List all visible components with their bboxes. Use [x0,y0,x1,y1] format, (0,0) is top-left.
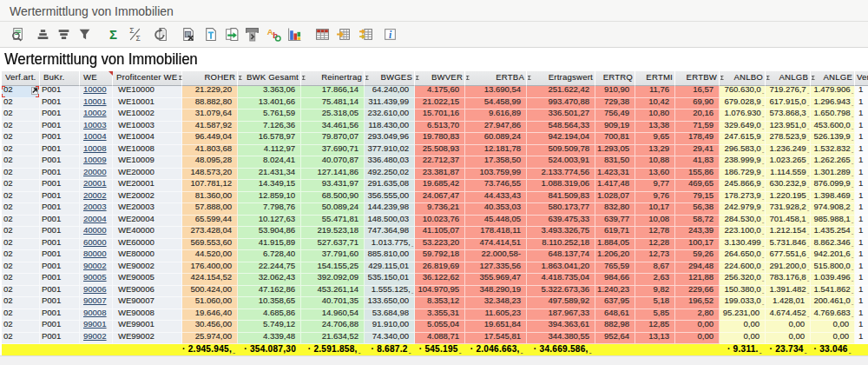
svg-text:Σ: Σ [109,28,117,42]
svg-text:Σ: Σ [136,34,141,42]
svg-text:Σ: Σ [129,27,134,35]
